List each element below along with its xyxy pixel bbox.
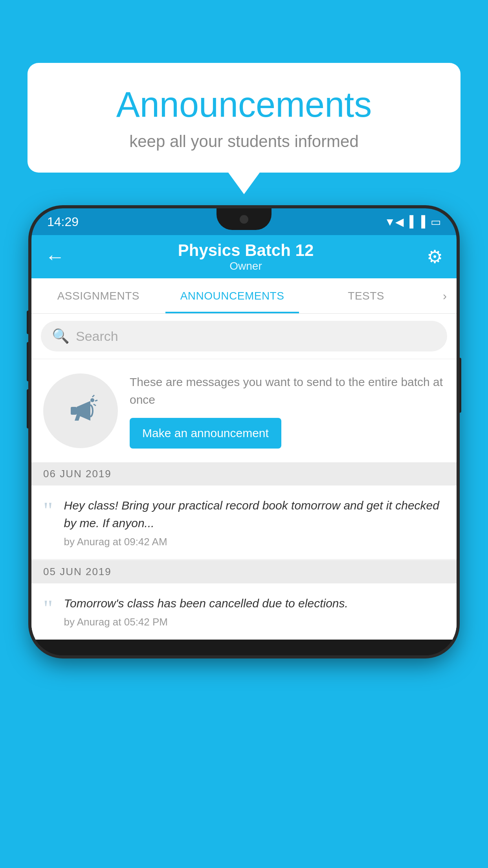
tabs-bar: ASSIGNMENTS ANNOUNCEMENTS TESTS › — [31, 278, 457, 314]
bubble-subtitle: keep all your students informed — [51, 132, 437, 151]
promo-content: These are messages you want to send to t… — [130, 373, 445, 449]
svg-line-3 — [95, 400, 97, 401]
announcement-item-2[interactable]: " Tomorrow's class has been cancelled du… — [31, 583, 457, 640]
volume-up-button — [27, 311, 31, 334]
content-area: 🔍 Search — [31, 314, 457, 640]
svg-rect-0 — [71, 407, 77, 415]
bubble-arrow — [228, 173, 260, 194]
svg-point-1 — [90, 398, 94, 402]
second-date-section: 05 JUN 2019 " Tomorrow's class has been … — [31, 560, 457, 640]
app-bar-center: Physics Batch 12 Owner — [178, 241, 314, 272]
battery-icon: ▭ — [431, 215, 441, 228]
search-icon: 🔍 — [52, 328, 70, 344]
date-separator-1: 06 JUN 2019 — [31, 462, 457, 485]
quote-icon-2: " — [43, 596, 53, 620]
make-announcement-button[interactable]: Make an announcement — [130, 418, 281, 449]
phone-wrapper: 14:29 ▼◀ ▌▐ ▭ ← Physics Batch 12 Owner ⚙… — [31, 208, 457, 868]
tab-assignments[interactable]: ASSIGNMENTS — [31, 278, 165, 313]
svg-line-4 — [94, 404, 96, 406]
announcement-meta-1: by Anurag at 09:42 AM — [64, 536, 445, 548]
back-button[interactable]: ← — [45, 247, 65, 267]
status-bar: 14:29 ▼◀ ▌▐ ▭ — [31, 208, 457, 235]
speech-bubble-section: Announcements keep all your students inf… — [28, 63, 460, 194]
quote-icon-1: " — [43, 498, 53, 522]
announcement-promo: These are messages you want to send to t… — [31, 359, 457, 462]
app-bar-title: Physics Batch 12 — [178, 241, 314, 260]
date-separator-2: 05 JUN 2019 — [31, 560, 457, 583]
search-bar[interactable]: 🔍 Search — [41, 321, 447, 351]
announcement-message-1: Hey class! Bring your practical record b… — [64, 497, 445, 532]
app-bar: ← Physics Batch 12 Owner ⚙ — [31, 235, 457, 278]
phone-bottom — [31, 640, 457, 655]
power-button — [457, 358, 461, 413]
tab-more-icon[interactable]: › — [433, 289, 457, 303]
wifi-icon: ▼◀ — [385, 215, 404, 228]
announcement-content-2: Tomorrow's class has been cancelled due … — [64, 594, 445, 628]
search-container: 🔍 Search — [31, 314, 457, 359]
announcement-promo-icon — [43, 373, 118, 448]
camera-dot — [240, 215, 248, 224]
promo-description: These are messages you want to send to t… — [130, 373, 445, 408]
silent-button — [27, 389, 31, 428]
announcement-message-2: Tomorrow's class has been cancelled due … — [64, 594, 445, 612]
tab-tests[interactable]: TESTS — [299, 278, 433, 313]
status-icons: ▼◀ ▌▐ ▭ — [385, 215, 441, 228]
tab-announcements[interactable]: ANNOUNCEMENTS — [165, 278, 299, 313]
search-placeholder: Search — [76, 329, 118, 344]
announcement-meta-2: by Anurag at 05:42 PM — [64, 616, 445, 628]
settings-icon[interactable]: ⚙ — [427, 246, 443, 267]
signal-bars-icon: ▌▐ — [409, 215, 425, 228]
bubble-title: Announcements — [51, 85, 437, 125]
speech-bubble: Announcements keep all your students inf… — [28, 63, 460, 173]
notch — [216, 208, 272, 230]
announcement-content-1: Hey class! Bring your practical record b… — [64, 497, 445, 548]
volume-down-button — [27, 342, 31, 381]
phone-frame: 14:29 ▼◀ ▌▐ ▭ ← Physics Batch 12 Owner ⚙… — [31, 208, 457, 655]
svg-line-2 — [92, 395, 94, 397]
announcement-item-1[interactable]: " Hey class! Bring your practical record… — [31, 485, 457, 559]
app-bar-subtitle: Owner — [178, 260, 314, 272]
status-time: 14:29 — [47, 215, 79, 229]
